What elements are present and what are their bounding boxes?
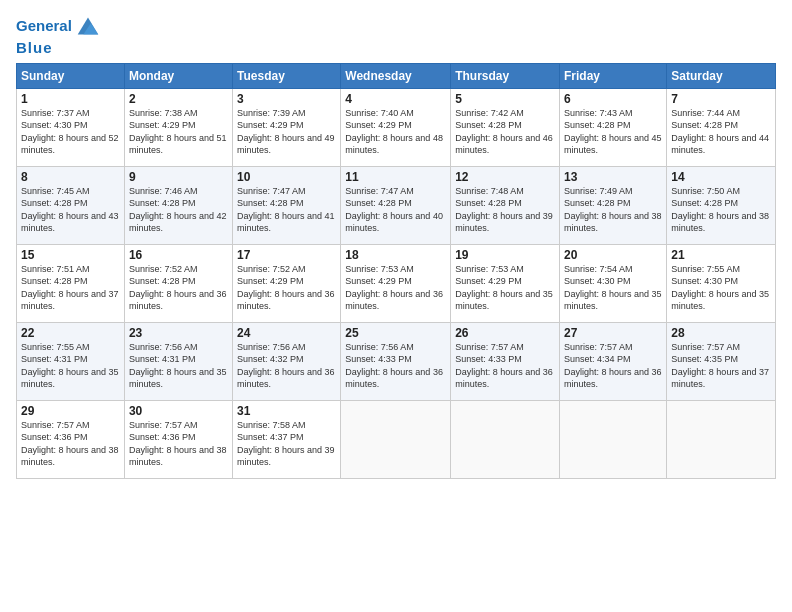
logo: General Blue bbox=[16, 12, 102, 57]
day-number: 27 bbox=[564, 326, 662, 340]
calendar-table: SundayMondayTuesdayWednesdayThursdayFrid… bbox=[16, 63, 776, 479]
day-number: 2 bbox=[129, 92, 228, 106]
logo-text: General bbox=[16, 18, 72, 35]
day-info: Sunrise: 7:57 AMSunset: 4:36 PMDaylight:… bbox=[129, 419, 228, 469]
day-info: Sunrise: 7:49 AMSunset: 4:28 PMDaylight:… bbox=[564, 185, 662, 235]
calendar-cell: 7 Sunrise: 7:44 AMSunset: 4:28 PMDayligh… bbox=[667, 88, 776, 166]
day-info: Sunrise: 7:52 AMSunset: 4:28 PMDaylight:… bbox=[129, 263, 228, 313]
calendar-cell: 26 Sunrise: 7:57 AMSunset: 4:33 PMDaylig… bbox=[451, 322, 560, 400]
day-info: Sunrise: 7:48 AMSunset: 4:28 PMDaylight:… bbox=[455, 185, 555, 235]
day-info: Sunrise: 7:52 AMSunset: 4:29 PMDaylight:… bbox=[237, 263, 336, 313]
calendar-week-row: 1 Sunrise: 7:37 AMSunset: 4:30 PMDayligh… bbox=[17, 88, 776, 166]
day-info: Sunrise: 7:54 AMSunset: 4:30 PMDaylight:… bbox=[564, 263, 662, 313]
day-info: Sunrise: 7:53 AMSunset: 4:29 PMDaylight:… bbox=[345, 263, 446, 313]
day-number: 31 bbox=[237, 404, 336, 418]
calendar-cell: 17 Sunrise: 7:52 AMSunset: 4:29 PMDaylig… bbox=[233, 244, 341, 322]
calendar-day-header: Saturday bbox=[667, 63, 776, 88]
calendar-cell: 2 Sunrise: 7:38 AMSunset: 4:29 PMDayligh… bbox=[124, 88, 232, 166]
day-number: 29 bbox=[21, 404, 120, 418]
day-number: 10 bbox=[237, 170, 336, 184]
page: General Blue SundayMondayTuesdayWednesda… bbox=[0, 0, 792, 612]
day-number: 3 bbox=[237, 92, 336, 106]
day-info: Sunrise: 7:55 AMSunset: 4:31 PMDaylight:… bbox=[21, 341, 120, 391]
logo-text-blue: Blue bbox=[16, 40, 102, 57]
day-info: Sunrise: 7:55 AMSunset: 4:30 PMDaylight:… bbox=[671, 263, 771, 313]
day-info: Sunrise: 7:56 AMSunset: 4:33 PMDaylight:… bbox=[345, 341, 446, 391]
day-number: 24 bbox=[237, 326, 336, 340]
day-info: Sunrise: 7:42 AMSunset: 4:28 PMDaylight:… bbox=[455, 107, 555, 157]
calendar-day-header: Friday bbox=[560, 63, 667, 88]
calendar-cell: 18 Sunrise: 7:53 AMSunset: 4:29 PMDaylig… bbox=[341, 244, 451, 322]
calendar-cell bbox=[341, 400, 451, 478]
day-number: 8 bbox=[21, 170, 120, 184]
day-number: 20 bbox=[564, 248, 662, 262]
day-number: 7 bbox=[671, 92, 771, 106]
day-number: 15 bbox=[21, 248, 120, 262]
calendar-day-header: Thursday bbox=[451, 63, 560, 88]
calendar-cell: 16 Sunrise: 7:52 AMSunset: 4:28 PMDaylig… bbox=[124, 244, 232, 322]
calendar-cell: 31 Sunrise: 7:58 AMSunset: 4:37 PMDaylig… bbox=[233, 400, 341, 478]
day-info: Sunrise: 7:44 AMSunset: 4:28 PMDaylight:… bbox=[671, 107, 771, 157]
calendar-day-header: Tuesday bbox=[233, 63, 341, 88]
day-number: 17 bbox=[237, 248, 336, 262]
calendar-cell: 9 Sunrise: 7:46 AMSunset: 4:28 PMDayligh… bbox=[124, 166, 232, 244]
day-number: 9 bbox=[129, 170, 228, 184]
calendar-cell: 23 Sunrise: 7:56 AMSunset: 4:31 PMDaylig… bbox=[124, 322, 232, 400]
calendar-cell: 3 Sunrise: 7:39 AMSunset: 4:29 PMDayligh… bbox=[233, 88, 341, 166]
calendar-header-row: SundayMondayTuesdayWednesdayThursdayFrid… bbox=[17, 63, 776, 88]
day-info: Sunrise: 7:57 AMSunset: 4:33 PMDaylight:… bbox=[455, 341, 555, 391]
day-number: 26 bbox=[455, 326, 555, 340]
calendar-cell: 20 Sunrise: 7:54 AMSunset: 4:30 PMDaylig… bbox=[560, 244, 667, 322]
calendar-cell: 15 Sunrise: 7:51 AMSunset: 4:28 PMDaylig… bbox=[17, 244, 125, 322]
calendar-cell: 6 Sunrise: 7:43 AMSunset: 4:28 PMDayligh… bbox=[560, 88, 667, 166]
day-number: 4 bbox=[345, 92, 446, 106]
calendar-cell: 11 Sunrise: 7:47 AMSunset: 4:28 PMDaylig… bbox=[341, 166, 451, 244]
day-info: Sunrise: 7:46 AMSunset: 4:28 PMDaylight:… bbox=[129, 185, 228, 235]
day-number: 14 bbox=[671, 170, 771, 184]
day-info: Sunrise: 7:58 AMSunset: 4:37 PMDaylight:… bbox=[237, 419, 336, 469]
day-number: 11 bbox=[345, 170, 446, 184]
calendar-cell: 8 Sunrise: 7:45 AMSunset: 4:28 PMDayligh… bbox=[17, 166, 125, 244]
day-number: 18 bbox=[345, 248, 446, 262]
calendar-cell: 4 Sunrise: 7:40 AMSunset: 4:29 PMDayligh… bbox=[341, 88, 451, 166]
day-number: 1 bbox=[21, 92, 120, 106]
day-info: Sunrise: 7:47 AMSunset: 4:28 PMDaylight:… bbox=[345, 185, 446, 235]
day-info: Sunrise: 7:40 AMSunset: 4:29 PMDaylight:… bbox=[345, 107, 446, 157]
calendar-cell: 30 Sunrise: 7:57 AMSunset: 4:36 PMDaylig… bbox=[124, 400, 232, 478]
calendar-cell: 28 Sunrise: 7:57 AMSunset: 4:35 PMDaylig… bbox=[667, 322, 776, 400]
calendar-week-row: 29 Sunrise: 7:57 AMSunset: 4:36 PMDaylig… bbox=[17, 400, 776, 478]
day-number: 6 bbox=[564, 92, 662, 106]
calendar-cell bbox=[667, 400, 776, 478]
day-info: Sunrise: 7:38 AMSunset: 4:29 PMDaylight:… bbox=[129, 107, 228, 157]
calendar-day-header: Sunday bbox=[17, 63, 125, 88]
day-info: Sunrise: 7:57 AMSunset: 4:35 PMDaylight:… bbox=[671, 341, 771, 391]
calendar-cell: 24 Sunrise: 7:56 AMSunset: 4:32 PMDaylig… bbox=[233, 322, 341, 400]
day-number: 5 bbox=[455, 92, 555, 106]
logo-icon bbox=[74, 12, 102, 40]
day-number: 30 bbox=[129, 404, 228, 418]
day-number: 25 bbox=[345, 326, 446, 340]
calendar-cell: 10 Sunrise: 7:47 AMSunset: 4:28 PMDaylig… bbox=[233, 166, 341, 244]
calendar-cell: 22 Sunrise: 7:55 AMSunset: 4:31 PMDaylig… bbox=[17, 322, 125, 400]
calendar-week-row: 8 Sunrise: 7:45 AMSunset: 4:28 PMDayligh… bbox=[17, 166, 776, 244]
day-info: Sunrise: 7:37 AMSunset: 4:30 PMDaylight:… bbox=[21, 107, 120, 157]
calendar-cell: 13 Sunrise: 7:49 AMSunset: 4:28 PMDaylig… bbox=[560, 166, 667, 244]
calendar-cell: 19 Sunrise: 7:53 AMSunset: 4:29 PMDaylig… bbox=[451, 244, 560, 322]
day-info: Sunrise: 7:56 AMSunset: 4:32 PMDaylight:… bbox=[237, 341, 336, 391]
calendar-day-header: Monday bbox=[124, 63, 232, 88]
day-number: 22 bbox=[21, 326, 120, 340]
day-number: 12 bbox=[455, 170, 555, 184]
day-info: Sunrise: 7:47 AMSunset: 4:28 PMDaylight:… bbox=[237, 185, 336, 235]
calendar-cell: 27 Sunrise: 7:57 AMSunset: 4:34 PMDaylig… bbox=[560, 322, 667, 400]
day-number: 16 bbox=[129, 248, 228, 262]
day-number: 21 bbox=[671, 248, 771, 262]
calendar-day-header: Wednesday bbox=[341, 63, 451, 88]
day-number: 23 bbox=[129, 326, 228, 340]
day-info: Sunrise: 7:39 AMSunset: 4:29 PMDaylight:… bbox=[237, 107, 336, 157]
day-info: Sunrise: 7:57 AMSunset: 4:36 PMDaylight:… bbox=[21, 419, 120, 469]
day-number: 19 bbox=[455, 248, 555, 262]
day-info: Sunrise: 7:51 AMSunset: 4:28 PMDaylight:… bbox=[21, 263, 120, 313]
calendar-cell: 25 Sunrise: 7:56 AMSunset: 4:33 PMDaylig… bbox=[341, 322, 451, 400]
header: General Blue bbox=[16, 12, 776, 57]
day-number: 13 bbox=[564, 170, 662, 184]
